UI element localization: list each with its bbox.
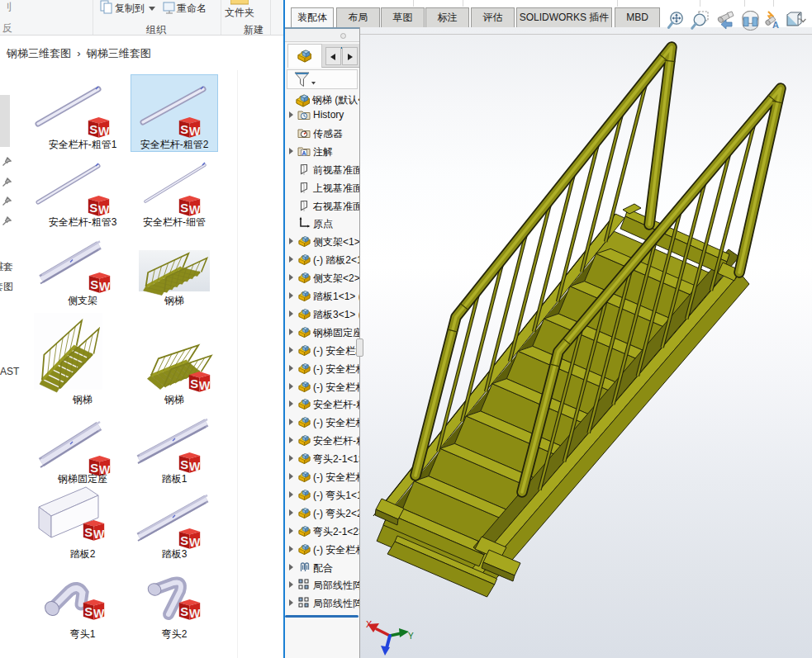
svg-text:A: A bbox=[302, 149, 306, 156]
svg-text:W: W bbox=[189, 607, 201, 620]
svg-text:S: S bbox=[84, 526, 93, 539]
svg-text:W: W bbox=[93, 528, 105, 541]
svg-text:S: S bbox=[180, 458, 188, 471]
svg-text:W: W bbox=[99, 280, 111, 293]
svg-text:S: S bbox=[84, 605, 93, 618]
svg-text:S: S bbox=[89, 201, 97, 215]
svg-text:W: W bbox=[98, 203, 110, 216]
svg-text:S: S bbox=[180, 201, 188, 215]
svg-text:W: W bbox=[189, 203, 201, 216]
svg-text:A: A bbox=[772, 20, 779, 30]
svg-text:S: S bbox=[89, 123, 97, 136]
svg-text:S: S bbox=[180, 605, 188, 618]
svg-text:S: S bbox=[90, 278, 98, 291]
svg-text:W: W bbox=[93, 607, 105, 620]
svg-text:S: S bbox=[180, 534, 188, 547]
svg-text:W: W bbox=[189, 125, 201, 138]
svg-text:Y: Y bbox=[408, 632, 414, 641]
svg-text:S: S bbox=[190, 377, 198, 391]
svg-text:W: W bbox=[189, 460, 201, 473]
svg-text:S: S bbox=[180, 123, 188, 136]
svg-text:W: W bbox=[199, 379, 211, 392]
svg-text:W: W bbox=[98, 125, 110, 138]
